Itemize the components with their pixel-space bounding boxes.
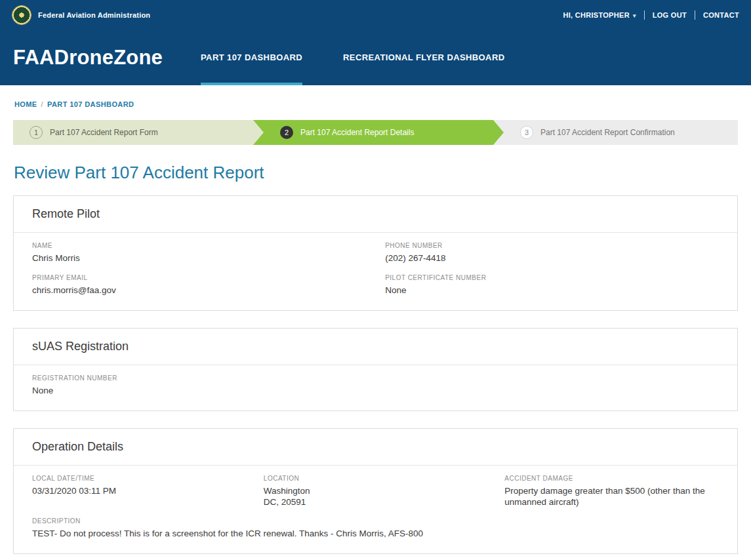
field-label: LOCAL DATE/TIME: [32, 475, 264, 482]
breadcrumb-current-link[interactable]: PART 107 DASHBOARD: [47, 100, 134, 108]
operation-details-card-body: LOCAL DATE/TIME 03/31/2020 03:11 PM LOCA…: [14, 466, 737, 554]
main-nav: FAADroneZone PART 107 DASHBOARD RECREATI…: [0, 30, 751, 85]
user-menu[interactable]: HI, CHRISTOPHER▾: [563, 11, 636, 19]
field-primary-email: PRIMARY EMAIL chris.morris@faa.gov: [32, 274, 385, 296]
agency-branding: Federal Aviation Administration: [12, 5, 150, 25]
field-accident-damage: ACCIDENT DAMAGE Property damage greater …: [504, 475, 719, 508]
field-pilot-certificate-number: PILOT CERTIFICATE NUMBER None: [385, 274, 719, 296]
separator: [695, 10, 695, 20]
tab-label: RECREATIONAL FLYER DASHBOARD: [343, 52, 504, 62]
nav-tabs: PART 107 DASHBOARD RECREATIONAL FLYER DA…: [201, 30, 504, 85]
field-value-line2: DC, 20591: [264, 497, 504, 508]
tab-recreational-flyer-dashboard[interactable]: RECREATIONAL FLYER DASHBOARD: [343, 30, 504, 85]
field-label: PILOT CERTIFICATE NUMBER: [385, 274, 719, 281]
user-greeting: HI, CHRISTOPHER: [563, 11, 629, 19]
step-number-badge: 1: [30, 126, 43, 139]
suas-registration-card-title: sUAS Registration: [14, 329, 737, 365]
chevron-down-icon: ▾: [633, 12, 636, 19]
field-value: chris.morris@faa.gov: [32, 285, 385, 296]
field-value: None: [32, 386, 719, 397]
progress-stepper: 1 Part 107 Accident Report Form 2 Part 1…: [13, 120, 738, 145]
step-number-badge: 2: [280, 126, 293, 139]
active-tab-indicator: [201, 83, 302, 85]
field-local-datetime: LOCAL DATE/TIME 03/31/2020 03:11 PM: [32, 475, 264, 508]
field-description: DESCRIPTION TEST- Do not process! This i…: [32, 517, 719, 540]
suas-registration-card-body: REGISTRATION NUMBER None: [14, 365, 737, 410]
field-registration-number: REGISTRATION NUMBER None: [32, 374, 719, 397]
separator: [644, 10, 645, 20]
field-value: Property damage greater than $500 (other…: [504, 486, 719, 508]
step-label: Part 107 Accident Report Details: [300, 128, 414, 137]
user-menu-area: HI, CHRISTOPHER▾ LOG OUT CONTACT: [563, 10, 739, 20]
field-value: Chris Morris: [32, 253, 385, 264]
field-label: REGISTRATION NUMBER: [32, 374, 719, 382]
tab-label: PART 107 DASHBOARD: [201, 52, 302, 62]
field-label: PHONE NUMBER: [385, 242, 719, 249]
step-label: Part 107 Accident Report Confirmation: [540, 128, 675, 137]
field-label: PRIMARY EMAIL: [32, 274, 385, 281]
field-value: TEST- Do not process! This is for a scre…: [32, 529, 719, 540]
field-phone-number: PHONE NUMBER (202) 267-4418: [385, 242, 719, 264]
field-value: 03/31/2020 03:11 PM: [32, 486, 264, 497]
remote-pilot-card-body: NAME Chris Morris PHONE NUMBER (202) 267…: [14, 233, 737, 310]
field-label: DESCRIPTION: [32, 517, 719, 525]
step-accident-report-confirmation[interactable]: 3 Part 107 Accident Report Confirmation: [493, 120, 738, 145]
suas-registration-card: sUAS Registration REGISTRATION NUMBER No…: [13, 328, 738, 411]
remote-pilot-card-title: Remote Pilot: [14, 196, 737, 233]
faa-seal-icon: [12, 5, 31, 25]
field-value: (202) 267-4418: [385, 253, 719, 264]
remote-pilot-card: Remote Pilot NAME Chris Morris PHONE NUM…: [13, 195, 738, 311]
field-value: None: [385, 285, 719, 296]
page-title: Review Part 107 Accident Report: [14, 163, 737, 183]
breadcrumb-separator: /: [41, 100, 43, 108]
field-label: LOCATION: [264, 475, 504, 482]
breadcrumb: HOME/PART 107 DASHBOARD: [0, 85, 751, 108]
field-label: ACCIDENT DAMAGE: [504, 475, 719, 482]
step-accident-report-form[interactable]: 1 Part 107 Accident Report Form: [13, 120, 264, 145]
step-accident-report-details[interactable]: 2 Part 107 Accident Report Details: [253, 120, 504, 145]
operation-details-card-title: Operation Details: [14, 429, 737, 466]
agency-name: Federal Aviation Administration: [38, 11, 150, 19]
step-label: Part 107 Accident Report Form: [50, 128, 158, 137]
step-number-badge: 3: [520, 126, 533, 139]
logout-link[interactable]: LOG OUT: [653, 11, 687, 19]
field-location: LOCATION Washington DC, 20591: [264, 475, 504, 508]
operation-details-card: Operation Details LOCAL DATE/TIME 03/31/…: [13, 428, 738, 555]
site-header: Federal Aviation Administration HI, CHRI…: [0, 0, 751, 85]
field-name: NAME Chris Morris: [32, 242, 385, 264]
breadcrumb-home-link[interactable]: HOME: [14, 100, 37, 108]
tab-part107-dashboard[interactable]: PART 107 DASHBOARD: [201, 30, 302, 85]
top-bar: Federal Aviation Administration HI, CHRI…: [0, 0, 751, 30]
contact-link[interactable]: CONTACT: [703, 11, 739, 19]
field-label: NAME: [32, 242, 385, 249]
field-value-line1: Washington: [264, 486, 504, 497]
faadronezone-logo[interactable]: FAADroneZone: [13, 46, 163, 70]
